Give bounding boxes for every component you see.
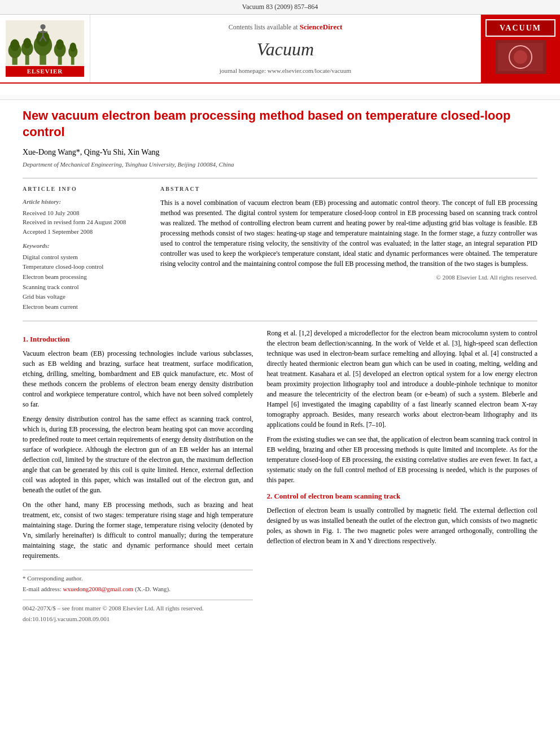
keyword-3: Electron beam processing bbox=[23, 272, 147, 282]
footer-copyright: 0042-207X/$ – see front matter © 2008 El… bbox=[23, 604, 204, 613]
footnote-email-label: E-mail address: bbox=[23, 586, 62, 592]
vacuum-logo-label: VACUUM bbox=[485, 19, 555, 37]
sciencedirect-link[interactable]: Contents lists available at ScienceDirec… bbox=[229, 22, 343, 32]
authors: Xue-Dong Wang*, Qing-Yu Shi, Xin Wang bbox=[23, 147, 537, 158]
right-para-2: From the existing studies we can see tha… bbox=[266, 434, 537, 485]
doi-text: doi:10.1016/j.vacuum.2008.09.001 bbox=[23, 615, 110, 622]
footer-doi: doi:10.1016/j.vacuum.2008.09.001 bbox=[23, 614, 253, 624]
svg-point-12 bbox=[56, 39, 64, 50]
affiliation: Department of Mechanical Engineering, Ts… bbox=[23, 160, 537, 169]
svg-point-24 bbox=[514, 50, 527, 64]
keyword-2: Temperature closed-loop control bbox=[23, 262, 147, 272]
article-history-block: Article history: Received 10 July 2008 R… bbox=[23, 198, 147, 236]
footnote-area: * Corresponding author. E-mail address: … bbox=[23, 570, 253, 594]
article-title: New vacuum electron beam processing meth… bbox=[23, 108, 537, 140]
article-citation-bar bbox=[0, 95, 560, 100]
history-label: Article history: bbox=[23, 198, 147, 206]
keyword-1: Digital control system bbox=[23, 252, 147, 263]
right-para-1: Rong et al. [1,2] developed a microdefle… bbox=[266, 328, 537, 430]
svg-point-6 bbox=[23, 38, 31, 49]
top-bar: Vacuum 83 (2009) 857–864 bbox=[0, 0, 560, 15]
section2-para: Deflection of electron beam is usually c… bbox=[266, 505, 537, 546]
intro-para-2: Energy density distribution control has … bbox=[23, 414, 253, 495]
vacuum-thumbnail bbox=[495, 40, 546, 74]
sciencedirect-prefix: Contents lists available at bbox=[229, 23, 298, 31]
abstract-text: This is a novel combination of vacuum el… bbox=[160, 198, 537, 269]
footnote-email: E-mail address: wxuedong2008@gmail.com (… bbox=[23, 584, 253, 594]
keywords-block: Keywords: Digital control system Tempera… bbox=[23, 242, 147, 312]
footer-bar: 0042-207X/$ – see front matter © 2008 El… bbox=[23, 600, 253, 613]
footnote-email-value[interactable]: wxuedong2008@gmail.com bbox=[63, 586, 133, 592]
article-info-col: ARTICLE INFO Article history: Received 1… bbox=[23, 185, 147, 312]
divider-1 bbox=[23, 178, 537, 178]
author-names: Xue-Dong Wang*, Qing-Yu Shi, Xin Wang bbox=[23, 148, 160, 156]
abstract-header: ABSTRACT bbox=[160, 185, 537, 193]
svg-point-3 bbox=[10, 39, 19, 51]
elsevier-logo: ELSEVIER bbox=[0, 15, 90, 82]
keyword-6: Electron beam current bbox=[23, 302, 147, 312]
footnote-name: (X.-D. Wang). bbox=[135, 586, 170, 592]
intro-para-3: On the other hand, many EB processing me… bbox=[23, 500, 253, 561]
sciencedirect-name[interactable]: ScienceDirect bbox=[300, 23, 343, 31]
body-content: 1. Introduction Vacuum electron beam (EB… bbox=[23, 328, 537, 624]
journal-header: ELSEVIER Contents lists available at Sci… bbox=[0, 15, 560, 84]
journal-title: Vacuum bbox=[257, 37, 314, 62]
journal-right-logo: VACUUM bbox=[481, 15, 560, 82]
body-right-col: Rong et al. [1,2] developed a microdefle… bbox=[266, 328, 537, 624]
intro-para-1: Vacuum electron beam (EB) processing tec… bbox=[23, 348, 253, 409]
main-content: New vacuum electron beam processing meth… bbox=[0, 84, 560, 635]
elsevier-brand-label: ELSEVIER bbox=[6, 66, 84, 77]
section2-title: 2. Control of electron beam scanning tra… bbox=[266, 491, 537, 502]
accepted-date: Accepted 1 September 2008 bbox=[23, 227, 147, 237]
article-info-header: ARTICLE INFO bbox=[23, 185, 147, 193]
journal-center: Contents lists available at ScienceDirec… bbox=[90, 15, 481, 82]
svg-point-16 bbox=[40, 24, 45, 29]
intro-section-title: 1. Introduction bbox=[23, 334, 253, 345]
received-date: Received 10 July 2008 bbox=[23, 208, 147, 218]
journal-homepage: journal homepage: www.elsevier.com/locat… bbox=[220, 67, 351, 75]
elsevier-tree-icon bbox=[6, 20, 84, 66]
revised-date: Received in revised form 24 August 2008 bbox=[23, 217, 147, 227]
article-info-abstract: ARTICLE INFO Article history: Received 1… bbox=[23, 185, 537, 312]
body-left-col: 1. Introduction Vacuum electron beam (EB… bbox=[23, 328, 253, 624]
divider-2 bbox=[23, 321, 537, 321]
footnote-star: * Corresponding author. bbox=[23, 574, 253, 583]
journal-citation: Vacuum 83 (2009) 857–864 bbox=[242, 3, 318, 11]
keywords-label: Keywords: bbox=[23, 242, 147, 250]
abstract-col: ABSTRACT This is a novel combination of … bbox=[160, 185, 537, 312]
page: Vacuum 83 (2009) 857–864 bbox=[0, 0, 560, 747]
copyright: © 2008 Elsevier Ltd. All rights reserved… bbox=[160, 273, 537, 282]
svg-point-15 bbox=[70, 42, 77, 51]
keyword-4: Scanning track control bbox=[23, 282, 147, 292]
keyword-5: Grid bias voltage bbox=[23, 292, 147, 302]
